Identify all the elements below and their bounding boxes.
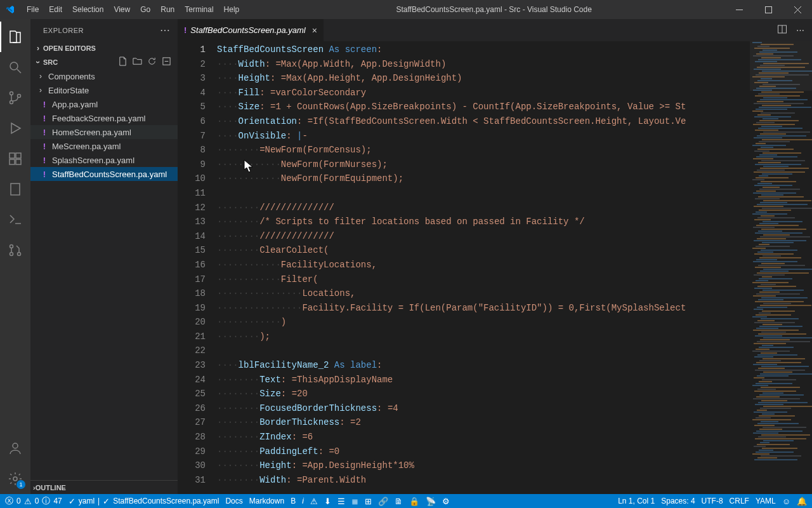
- broadcast-icon: 📡: [426, 497, 436, 506]
- status-cursor-pos[interactable]: Ln 1, Col 1: [618, 497, 655, 505]
- folder-components[interactable]: › Components: [30, 69, 178, 83]
- new-file-icon[interactable]: [118, 57, 128, 68]
- activity-account[interactable]: [0, 433, 30, 464]
- yaml-file-icon: !: [39, 142, 49, 151]
- activity-settings[interactable]: 1: [0, 464, 30, 494]
- menu-go[interactable]: Go: [135, 0, 155, 19]
- activity-terminal-icon[interactable]: [0, 204, 30, 235]
- status-docs[interactable]: Docs: [225, 497, 242, 505]
- activity-git-pulls[interactable]: [0, 235, 30, 265]
- status-spaces[interactable]: Spaces: 4: [661, 497, 695, 505]
- status-down-icon[interactable]: ⬇: [324, 497, 331, 506]
- menu-run[interactable]: Run: [155, 0, 180, 19]
- check-icon: ✓: [69, 497, 75, 506]
- window-controls: [724, 0, 812, 19]
- file-item[interactable]: !FeedbackScreen.pa.yaml: [30, 111, 178, 125]
- close-icon[interactable]: ×: [312, 25, 317, 36]
- sidebar-header: EXPLORER ⋯: [30, 19, 178, 41]
- chevron-right-icon: ›: [39, 72, 48, 81]
- status-bell-icon[interactable]: 🔔: [797, 497, 807, 506]
- collapse-icon[interactable]: [162, 57, 171, 68]
- svg-point-11: [10, 245, 13, 248]
- maximize-button[interactable]: [754, 0, 783, 19]
- status-warn-2[interactable]: ⚠: [310, 497, 318, 506]
- outline-label: OUTLINE: [36, 484, 66, 491]
- refresh-icon[interactable]: [147, 57, 157, 68]
- status-lock-icon[interactable]: 🔒: [409, 497, 419, 506]
- window-title: StaffBedCountsScreen.pa.yaml - Src - Vis…: [244, 5, 724, 14]
- status-feedback-icon[interactable]: ☺: [782, 497, 790, 506]
- menu-file[interactable]: File: [22, 0, 44, 19]
- info-icon: ⓘ: [42, 495, 50, 507]
- file-label: FeedbackScreen.pa.yaml: [52, 114, 145, 123]
- menu-edit[interactable]: Edit: [44, 0, 67, 19]
- status-eol[interactable]: CRLF: [730, 497, 749, 505]
- status-add-icon[interactable]: ⊞: [365, 497, 372, 506]
- folder-editorstate[interactable]: › EditorState: [30, 83, 178, 97]
- file-item[interactable]: !SplashScreen.pa.yaml: [30, 153, 178, 167]
- svg-rect-0: [736, 10, 743, 10]
- status-yaml[interactable]: ✓ yaml | ✓ StaffBedCountsScreen.pa.yaml: [69, 497, 219, 506]
- status-indent-icon[interactable]: ≣: [351, 497, 358, 506]
- code-area[interactable]: StaffBedCountsScreen As screen:····Width…: [217, 41, 750, 494]
- folder-label: Components: [48, 72, 95, 81]
- editor-body[interactable]: 1234567891011121314151617181920212223242…: [178, 41, 812, 494]
- close-button[interactable]: [783, 0, 812, 19]
- activity-run-debug[interactable]: [0, 113, 30, 144]
- activity-search[interactable]: [0, 52, 30, 83]
- status-link-icon[interactable]: 🔗: [378, 497, 388, 506]
- file-label: App.pa.yaml: [52, 100, 98, 109]
- tab-active[interactable]: ! StaffBedCountsScreen.pa.yaml ×: [178, 19, 324, 41]
- status-encoding[interactable]: UTF-8: [702, 497, 723, 505]
- status-list-icon[interactable]: ☰: [337, 497, 345, 506]
- status-file-icon[interactable]: 🗎: [395, 497, 403, 506]
- activity-source-control[interactable]: [0, 83, 30, 113]
- minimap[interactable]: [750, 41, 812, 494]
- activity-extensions[interactable]: [0, 144, 30, 174]
- status-i[interactable]: i: [302, 497, 304, 505]
- plus-icon: ⊞: [365, 497, 372, 506]
- open-editors-label: OPEN EDITORS: [43, 44, 96, 52]
- line-gutter: 1234567891011121314151617181920212223242…: [178, 41, 217, 494]
- bell-icon: 🔔: [797, 497, 807, 506]
- section-root[interactable]: › SRC: [30, 55, 178, 69]
- file-label: SplashScreen.pa.yaml: [52, 156, 134, 165]
- file-item[interactable]: !HomeScreen.pa.yaml: [30, 125, 178, 139]
- more-icon[interactable]: ⋯: [796, 25, 804, 35]
- activity-bookmark[interactable]: [0, 174, 30, 204]
- info-count: 47: [53, 497, 62, 505]
- spaces-label: Spaces: 4: [661, 497, 695, 505]
- split-editor-icon[interactable]: [777, 24, 787, 36]
- status-gear-icon[interactable]: ⚙: [442, 497, 450, 506]
- docs-label: Docs: [225, 497, 242, 505]
- markdown-label: Markdown: [249, 497, 284, 505]
- yaml-file-icon: !: [39, 114, 49, 123]
- svg-rect-7: [10, 159, 15, 164]
- statusbar: ⓧ0 ⚠0 ⓘ47 ✓ yaml | ✓ StaffBedCountsScree…: [0, 494, 812, 508]
- sidebar: EXPLORER ⋯ › OPEN EDITORS › SRC › Compon…: [30, 19, 178, 494]
- folder-label: EditorState: [48, 86, 89, 95]
- menu-selection[interactable]: Selection: [67, 0, 108, 19]
- status-b[interactable]: B: [291, 497, 296, 505]
- section-open-editors[interactable]: › OPEN EDITORS: [30, 41, 178, 55]
- file-item[interactable]: !StaffBedCountsScreen.pa.yaml: [30, 167, 178, 181]
- minimize-button[interactable]: [724, 0, 754, 19]
- chevron-right-icon: ›: [33, 44, 43, 53]
- status-markdown[interactable]: Markdown: [249, 497, 284, 505]
- filepath-label: StaffBedCountsScreen.pa.yaml: [113, 497, 219, 505]
- status-problems[interactable]: ⓧ0 ⚠0 ⓘ47: [5, 495, 62, 507]
- menu-view[interactable]: View: [108, 0, 135, 19]
- status-broadcast-icon[interactable]: 📡: [426, 497, 436, 506]
- menu-help[interactable]: Help: [219, 0, 245, 19]
- menu-terminal[interactable]: Terminal: [180, 0, 218, 19]
- file-item[interactable]: !App.pa.yaml: [30, 97, 178, 111]
- section-outline[interactable]: › OUTLINE: [30, 480, 178, 494]
- file-item[interactable]: !MeScreen.pa.yaml: [30, 139, 178, 153]
- activity-explorer[interactable]: [0, 22, 30, 52]
- editor: ! StaffBedCountsScreen.pa.yaml × ⋯ 12345…: [178, 19, 812, 494]
- sidebar-more-icon[interactable]: ⋯: [160, 24, 171, 36]
- svg-rect-8: [16, 159, 21, 164]
- minimap-viewport[interactable]: [750, 41, 812, 91]
- status-language[interactable]: YAML: [756, 497, 776, 505]
- new-folder-icon[interactable]: [133, 57, 142, 68]
